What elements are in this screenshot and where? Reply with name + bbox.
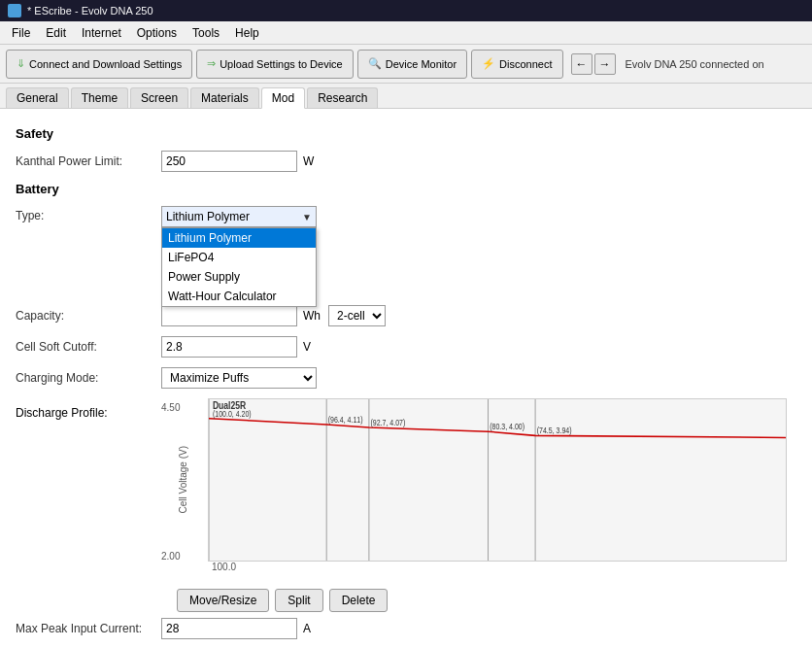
discharge-chart-svg: (100.0, 4.20) (96.4, 4.11) (92.7, 4.07) … xyxy=(209,399,786,561)
tab-mod[interactable]: Mod xyxy=(261,87,305,109)
capacity-row: Capacity: Wh 2-cell 3-cell 4-cell xyxy=(16,305,796,326)
max-peak-label: Max Peak Input Current: xyxy=(16,622,161,635)
battery-type-row: Type: Lithium Polymer ▼ Lithium Polymer … xyxy=(16,206,796,227)
menu-file[interactable]: File xyxy=(4,24,38,42)
tab-screen[interactable]: Screen xyxy=(130,87,188,108)
kanthal-input[interactable] xyxy=(161,151,297,172)
forward-arrow[interactable]: → xyxy=(594,53,616,75)
kanthal-unit: W xyxy=(303,154,314,168)
soft-cutoff-row: Cell Soft Cutoff: V xyxy=(16,336,796,358)
upload-settings-button[interactable]: ⇒ Upload Settings to Device xyxy=(196,50,354,79)
tab-general[interactable]: General xyxy=(6,87,69,108)
max-peak-input[interactable] xyxy=(161,618,297,639)
svg-text:Dual25R: Dual25R xyxy=(213,399,247,411)
dropdown-item-lifepo4[interactable]: LiFePO4 xyxy=(162,248,316,267)
disconnect-icon: ⚡ xyxy=(482,57,495,70)
device-monitor-button[interactable]: 🔍 Device Monitor xyxy=(357,50,467,79)
toolbar: ⇓ Connect and Download Settings ⇒ Upload… xyxy=(0,45,812,84)
discharge-label: Discharge Profile: xyxy=(16,398,161,420)
discharge-chart-container: 4.50 2.00 Cell Voltage (V) xyxy=(161,398,796,583)
connected-status: Evolv DNA 250 connected on xyxy=(626,58,764,70)
svg-text:(74.5, 3.94): (74.5, 3.94) xyxy=(537,426,572,435)
kanthal-label: Kanthal Power Limit: xyxy=(16,154,161,168)
menu-internet[interactable]: Internet xyxy=(74,24,129,42)
battery-type-dropdown-menu: Lithium Polymer LiFePO4 Power Supply Wat… xyxy=(161,227,317,307)
kanthal-power-row: Kanthal Power Limit: W xyxy=(16,151,796,172)
dropdown-item-lithium-polymer[interactable]: Lithium Polymer xyxy=(162,228,316,248)
charging-mode-label: Charging Mode: xyxy=(16,371,161,385)
menu-tools[interactable]: Tools xyxy=(185,24,227,42)
max-peak-row: Max Peak Input Current: A xyxy=(16,618,796,639)
safety-header: Safety xyxy=(16,126,796,141)
y-axis-label-wrapper: Cell Voltage (V) xyxy=(175,398,190,562)
main-content: Safety Kanthal Power Limit: W Battery Ty… xyxy=(0,109,812,648)
battery-type-dropdown-wrapper: Lithium Polymer ▼ Lithium Polymer LiFePO… xyxy=(161,206,317,227)
battery-header: Battery xyxy=(16,182,796,196)
title-bar-text: * EScribe - Evolv DNA 250 xyxy=(27,5,153,17)
svg-text:(96.4, 4.11): (96.4, 4.11) xyxy=(328,415,363,425)
tab-bar: General Theme Screen Materials Mod Resea… xyxy=(0,84,812,109)
connect-icon: ⇓ xyxy=(17,57,25,70)
tab-theme[interactable]: Theme xyxy=(71,87,128,108)
capacity-label: Capacity: xyxy=(16,309,161,323)
battery-type-select[interactable]: Lithium Polymer ▼ xyxy=(161,206,317,227)
type-label: Type: xyxy=(16,206,161,222)
charging-mode-row: Charging Mode: Maximize Puffs Maximize B… xyxy=(16,367,796,389)
charging-mode-select[interactable]: Maximize Puffs Maximize Battery Life Bal… xyxy=(161,367,317,389)
soft-cutoff-unit: V xyxy=(303,340,311,354)
back-arrow[interactable]: ← xyxy=(571,53,592,75)
discharge-profile-row: Discharge Profile: 4.50 2.00 Cell Voltag… xyxy=(16,398,796,583)
app-icon xyxy=(8,4,21,17)
menu-bar: File Edit Internet Options Tools Help xyxy=(0,21,812,45)
soft-cutoff-input[interactable] xyxy=(161,336,297,358)
menu-help[interactable]: Help xyxy=(227,24,267,42)
dropdown-arrow-icon: ▼ xyxy=(302,212,312,222)
chart-area: (100.0, 4.20) (96.4, 4.11) (92.7, 4.07) … xyxy=(208,398,787,562)
selected-type-text: Lithium Polymer xyxy=(166,210,250,223)
menu-edit[interactable]: Edit xyxy=(38,24,74,42)
svg-text:(80.3, 4.00): (80.3, 4.00) xyxy=(490,422,524,431)
capacity-input[interactable] xyxy=(161,305,297,326)
connect-download-button[interactable]: ⇓ Connect and Download Settings xyxy=(6,50,192,79)
menu-options[interactable]: Options xyxy=(129,24,185,42)
dropdown-item-power-supply[interactable]: Power Supply xyxy=(162,267,316,287)
cell-count-select[interactable]: 2-cell 3-cell 4-cell xyxy=(328,305,386,326)
tab-materials[interactable]: Materials xyxy=(190,87,259,108)
chart-wrapper: 4.50 2.00 Cell Voltage (V) xyxy=(161,398,787,583)
nav-arrows: ← → xyxy=(571,53,616,75)
svg-text:(92.7, 4.07): (92.7, 4.07) xyxy=(370,418,405,427)
disconnect-button[interactable]: ⚡ Disconnect xyxy=(471,50,562,79)
y-axis-label: Cell Voltage (V) xyxy=(178,446,188,513)
soft-cutoff-label: Cell Soft Cutoff: xyxy=(16,340,161,354)
tab-research[interactable]: Research xyxy=(307,87,378,108)
capacity-unit: Wh xyxy=(303,309,321,323)
delete-button[interactable]: Delete xyxy=(329,589,389,612)
move-resize-button[interactable]: Move/Resize xyxy=(177,589,269,612)
x-axis-label: 100.0 xyxy=(208,562,787,579)
upload-icon: ⇒ xyxy=(207,57,216,70)
split-button[interactable]: Split xyxy=(275,589,322,612)
title-bar: * EScribe - Evolv DNA 250 xyxy=(0,0,812,21)
chart-buttons-row: Move/Resize Split Delete xyxy=(177,589,796,612)
monitor-icon: 🔍 xyxy=(368,57,382,70)
dropdown-item-watt-hour[interactable]: Watt-Hour Calculator xyxy=(162,287,316,306)
max-peak-unit: A xyxy=(303,622,311,635)
